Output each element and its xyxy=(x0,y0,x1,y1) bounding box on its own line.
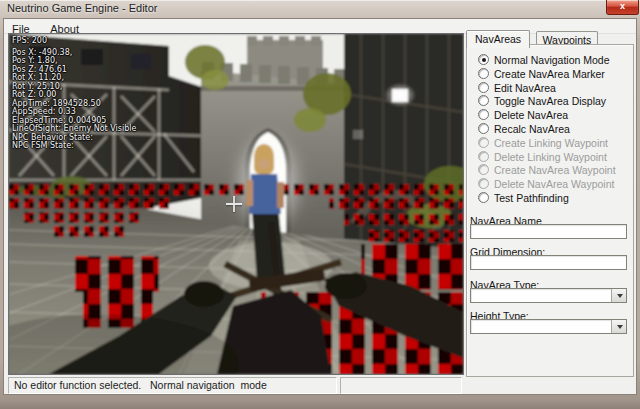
navarea-name-input[interactable] xyxy=(470,224,627,239)
radio-icon xyxy=(478,82,489,93)
panel-tabstrip: NavAreas Waypoints NPCs xyxy=(466,29,640,45)
radio-icon xyxy=(478,137,489,148)
titlebar[interactable]: Neutrino Game Engine - Editor x xyxy=(0,0,640,18)
option-edit-navarea[interactable]: Edit NavArea xyxy=(478,81,556,94)
option-create-navarea-waypoint: Create NavArea Waypoint xyxy=(478,163,616,176)
radio-icon xyxy=(478,151,489,162)
option-create-linking-waypoint: Create Linking Waypoint xyxy=(478,136,608,149)
option-normal-navigation-mode[interactable]: Normal Navigation Mode xyxy=(478,53,610,66)
radio-icon xyxy=(478,109,489,120)
option-delete-linking-waypoint: Delete Linking Waypoint xyxy=(478,150,607,163)
status-message: No editor function selected. Normal navi… xyxy=(9,378,336,393)
status-message-box: No editor function selected. Normal navi… xyxy=(8,377,337,394)
radio-icon xyxy=(478,178,489,189)
dropdown-button[interactable] xyxy=(611,289,626,302)
option-recalc-navarea[interactable]: Recalc NavArea xyxy=(478,122,570,135)
scene-render xyxy=(9,34,463,374)
chevron-down-icon xyxy=(617,294,623,298)
status-secondary-box xyxy=(340,377,462,394)
radio-icon xyxy=(478,123,489,134)
chevron-down-icon xyxy=(617,325,623,329)
option-toggle-navarea-display[interactable]: Toggle NavArea Display xyxy=(478,94,606,107)
radio-icon xyxy=(478,192,489,203)
option-delete-navarea-waypoint: Delete NavArea Waypoint xyxy=(478,177,614,190)
radio-icon xyxy=(478,68,489,79)
navarea-type-select[interactable] xyxy=(470,288,627,303)
radio-icon xyxy=(478,95,489,106)
app-window: Neutrino Game Engine - Editor x File Abo… xyxy=(0,0,640,409)
option-test-pathfinding[interactable]: Test Pathfinding xyxy=(478,191,569,204)
close-button[interactable]: x xyxy=(606,0,639,15)
option-create-navarea-marker[interactable]: Create NavArea Marker xyxy=(478,67,605,80)
radio-icon xyxy=(478,164,489,175)
radio-icon xyxy=(478,54,489,65)
height-type-select[interactable] xyxy=(470,319,627,334)
viewport-3d[interactable]: FPS: 200 Pos X: -490.38, Pos Y: 1.80, Po… xyxy=(8,33,464,375)
grid-dimension-input[interactable] xyxy=(470,255,627,270)
option-delete-navarea[interactable]: Delete NavArea xyxy=(478,108,568,121)
window-title: Neutrino Game Engine - Editor xyxy=(7,2,157,14)
dropdown-button[interactable] xyxy=(611,320,626,333)
tab-navareas[interactable]: NavAreas xyxy=(466,30,530,48)
